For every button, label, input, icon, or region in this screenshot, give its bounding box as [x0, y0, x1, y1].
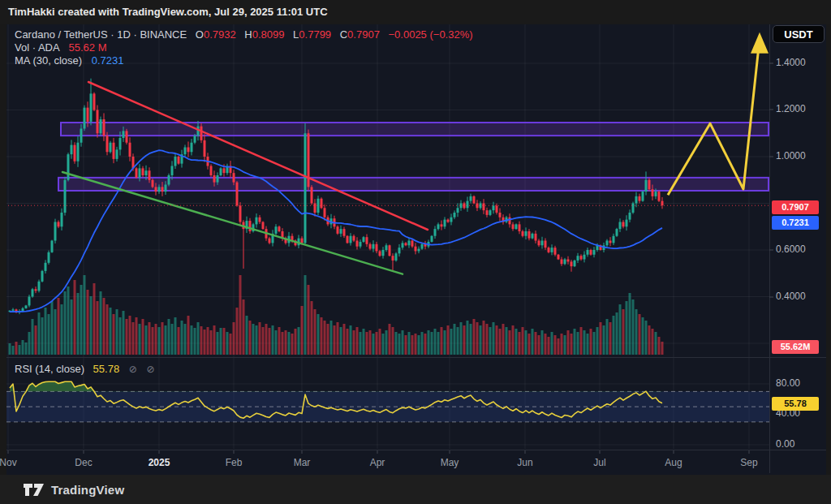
- high-label: H: [244, 28, 252, 41]
- tradingview-screenshot: TimHakki created with TradingView.com, J…: [0, 0, 831, 504]
- volume-value: 55.62 M: [69, 41, 107, 54]
- rsi-axis-label: 80.00: [776, 377, 825, 389]
- ma-price-tag: 0.7231: [772, 216, 819, 230]
- footer-bar: TradingView: [0, 475, 831, 504]
- rsi-tag: 55.78: [772, 397, 819, 411]
- volume-label[interactable]: Vol · ADA: [15, 41, 59, 54]
- time-axis-label: 2025: [149, 457, 170, 468]
- high-value: 0.8099: [252, 28, 285, 41]
- price-axis-label: 1.2000: [776, 103, 825, 114]
- price-axis-label: 1.4000: [776, 57, 825, 68]
- attribution-text: TimHakki created with TradingView.com, J…: [8, 6, 328, 18]
- symbol-title[interactable]: Cardano / TetherUS · 1D · BINANCE: [15, 28, 187, 41]
- chart-canvas[interactable]: [6, 24, 826, 475]
- time-axis-label: Jun: [517, 457, 532, 468]
- chart-legend[interactable]: Cardano / TetherUS · 1D · BINANCE O0.793…: [15, 28, 473, 67]
- price-axis-label: 0.6000: [776, 243, 825, 255]
- ma-value: 0.7231: [92, 54, 124, 67]
- change-value: −0.0025 (−0.32%): [389, 28, 473, 41]
- ma-label[interactable]: MA (30, close): [15, 54, 82, 67]
- symbol-row: Cardano / TetherUS · 1D · BINANCE O0.793…: [15, 28, 473, 41]
- price-axis-label: 0.4000: [776, 291, 825, 302]
- rsi-axis-label: 0.00: [776, 438, 825, 450]
- volume-tag: 55.62M: [772, 340, 819, 354]
- time-axis-label: Sep: [740, 457, 757, 468]
- volume-row: Vol · ADA 55.62 M: [15, 41, 473, 54]
- hide-indicator-icon[interactable]: ⊘: [146, 364, 154, 375]
- tradingview-logo-icon[interactable]: [23, 483, 45, 497]
- time-axis-label: Dec: [75, 457, 92, 468]
- price-axis-label: 1.0000: [776, 150, 825, 162]
- rsi-value: 55.78: [93, 363, 120, 375]
- time-axis-label: Mar: [294, 457, 311, 468]
- ma-row: MA (30, close) 0.7231: [15, 54, 473, 67]
- attribution-bar: TimHakki created with TradingView.com, J…: [0, 0, 831, 24]
- open-label: O: [196, 28, 204, 41]
- open-value: 0.7932: [204, 28, 236, 41]
- time-axis-label: Feb: [226, 457, 243, 468]
- time-axis-label: Nov: [0, 457, 17, 468]
- time-axis-label: Apr: [370, 457, 385, 468]
- low-value: 0.7799: [299, 28, 331, 41]
- time-axis-label: Aug: [665, 457, 682, 468]
- currency-toggle[interactable]: USDT: [773, 25, 825, 43]
- hide-indicator-icon[interactable]: ⊘: [129, 364, 137, 375]
- time-axis-label: Jul: [593, 457, 605, 468]
- close-value: 0.7907: [347, 28, 380, 41]
- close-label: C: [340, 28, 347, 41]
- rsi-label: RSI (14, close): [15, 363, 84, 375]
- tradingview-brand-text[interactable]: TradingView: [51, 483, 124, 497]
- rsi-legend[interactable]: RSI (14, close) 55.78 ⊘ ⊘: [15, 363, 155, 375]
- last-price-tag: 0.7907: [772, 200, 819, 214]
- time-axis-label: May: [441, 457, 459, 468]
